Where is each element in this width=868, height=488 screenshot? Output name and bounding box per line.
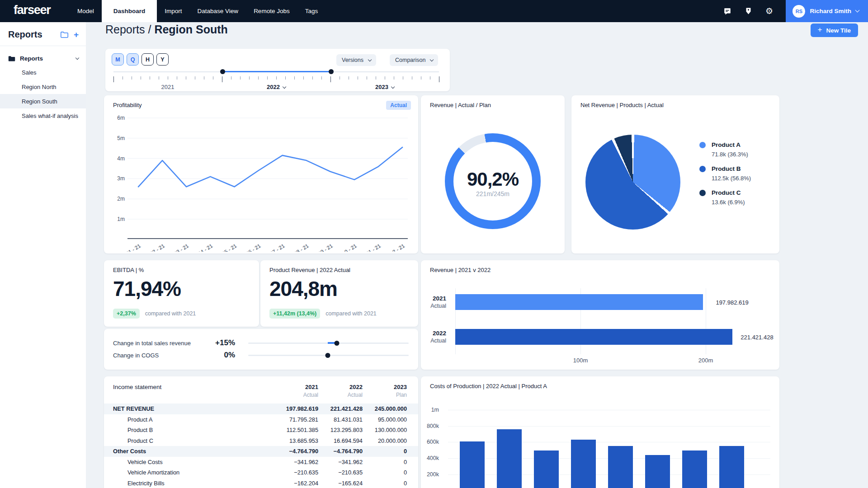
sidebar-items: SalesRegion NorthRegion SouthSales what-… <box>0 65 86 123</box>
nav-item-import[interactable]: Import <box>157 0 189 22</box>
nav-item-model[interactable]: Model <box>70 0 102 22</box>
bar[interactable] <box>719 446 744 488</box>
svg-text:07 - 21: 07 - 21 <box>269 243 286 252</box>
nav-item-database-view[interactable]: Database View <box>190 0 246 22</box>
timeline-tick <box>358 76 358 80</box>
legend-name: Product C <box>712 189 751 196</box>
timeline-year-2023[interactable]: 2023 <box>375 84 394 90</box>
income-statement-rows: NET REVENUE197.982.619221.421.428245.000… <box>104 404 418 488</box>
sidebar-item-sales-what-if-analysis[interactable]: Sales what-if analysis <box>0 108 86 123</box>
timeline-tick <box>177 76 177 80</box>
actual-badge: Actual <box>386 101 411 110</box>
period-h-button[interactable]: H <box>142 53 154 66</box>
tile-title: Net Revenue | Products | Actual <box>580 102 664 108</box>
timeline-tick <box>321 76 322 80</box>
sidebar-root-label: Reports <box>20 55 43 62</box>
folder-icon <box>8 56 15 61</box>
row-value: 0 <box>363 459 407 465</box>
bar-value-2021: 197.982.619 <box>716 299 748 306</box>
table-row-product-a: Product A71.795.28181.431.03195.000.000 <box>104 414 418 425</box>
nav-item-remote-jobs[interactable]: Remote Jobs <box>246 0 297 22</box>
timeline-tick <box>276 76 277 80</box>
slider-handle[interactable] <box>334 341 339 346</box>
svg-text:02 - 21: 02 - 21 <box>149 243 166 252</box>
feedback-icon[interactable] <box>717 7 738 15</box>
versions-dropdown[interactable]: Versions <box>336 54 376 66</box>
nav-item-dashboard[interactable]: Dashboard <box>102 0 157 22</box>
timeline-tick <box>421 76 421 80</box>
bar[interactable] <box>645 455 670 488</box>
legend-item-product-c: Product C13.6k (6.9%) <box>699 189 751 206</box>
row-value: 0 <box>363 448 407 455</box>
bar[interactable] <box>534 450 559 488</box>
row-value: 112.501.385 <box>269 427 318 433</box>
what-if-slider[interactable] <box>248 343 409 344</box>
svg-text:08 - 21: 08 - 21 <box>293 243 310 252</box>
table-title: Income statement <box>113 384 269 398</box>
svg-text:12 - 21: 12 - 21 <box>389 243 406 252</box>
bar[interactable] <box>571 440 596 488</box>
timeline-tick <box>303 76 304 80</box>
chevron-down-icon <box>430 58 434 61</box>
period-y-button[interactable]: Y <box>156 53 169 66</box>
svg-text:4m: 4m <box>117 155 125 162</box>
row-value: −341.962 <box>269 459 318 465</box>
sidebar-item-region-south[interactable]: Region South <box>0 94 86 108</box>
timeline-tick <box>385 76 385 80</box>
chevron-down-icon <box>75 56 79 60</box>
timeline-tick <box>376 76 376 80</box>
timeline-tick <box>267 76 268 80</box>
bar-2022[interactable] <box>455 329 732 345</box>
what-if-label: Change in COGS <box>113 352 201 359</box>
page-title-current: Region South <box>154 23 227 36</box>
svg-text:10 - 21: 10 - 21 <box>341 243 358 252</box>
bar[interactable] <box>682 450 707 488</box>
period-q-button[interactable]: Q <box>127 53 139 66</box>
products-pie-chart <box>585 135 680 230</box>
timeline-year-2021: 2021 <box>161 84 175 90</box>
donut-sublabel: 221m/245m <box>421 190 565 197</box>
add-report-icon[interactable]: + <box>74 32 79 38</box>
timeline-tick <box>367 76 367 80</box>
bar-2021[interactable] <box>455 294 703 310</box>
timeline-tick <box>150 76 150 80</box>
row-name: Product C <box>113 437 269 444</box>
tag-icon[interactable] <box>738 7 759 15</box>
legend-value: 112.5k (56.8%) <box>712 175 751 182</box>
legend-value: 71.8k (36.3%) <box>712 151 751 158</box>
chevron-down-icon <box>855 8 860 13</box>
row-value: −162.204 <box>269 480 318 487</box>
nav-item-tags[interactable]: Tags <box>297 0 326 22</box>
legend-name: Product A <box>712 141 751 148</box>
profitability-line-chart: 6m5m4m3m2m1m01 - 2102 - 2103 - 2104 - 21… <box>109 111 413 252</box>
legend-value: 13.6k (6.9%) <box>712 199 751 206</box>
sidebar-item-sales[interactable]: Sales <box>0 65 86 80</box>
user-menu[interactable]: RS Richard Smith <box>786 0 868 22</box>
sidebar-item-region-north[interactable]: Region North <box>0 80 86 94</box>
table-row-vehicle-amortization: Vehicle Amortization−210.635−210.6350 <box>104 467 418 478</box>
bar[interactable] <box>608 446 633 488</box>
sidebar-root-reports[interactable]: Reports <box>0 52 86 65</box>
table-row-electricity-bills: Electricity Bills−162.204−165.6240 <box>104 478 418 488</box>
row-value: −210.635 <box>269 469 318 476</box>
timeline-handle-end[interactable] <box>329 69 334 74</box>
bar[interactable] <box>497 429 522 488</box>
tile-title: EBITDA | % <box>113 267 144 273</box>
what-if-slider[interactable] <box>248 355 409 356</box>
new-tile-button[interactable]: + New Tile <box>811 23 858 37</box>
slider-handle[interactable] <box>326 353 330 358</box>
settings-icon[interactable]: ⚙ <box>759 7 779 15</box>
tile-what-if-sliders: Change in total sales revenue+15%Change … <box>104 329 418 370</box>
legend-item-product-b: Product B112.5k (56.8%) <box>699 165 751 182</box>
comparison-dropdown[interactable]: Comparison <box>390 54 438 66</box>
timeline-tick <box>186 76 186 80</box>
what-if-row-change-in-total-sales-revenue: Change in total sales revenue+15% <box>113 337 409 349</box>
timeline-handle-start[interactable] <box>220 69 225 74</box>
new-folder-icon[interactable] <box>61 31 68 38</box>
tile-title: Costs of Production | 2022 Actual | Prod… <box>430 383 547 389</box>
app-logo[interactable]: farseer <box>0 0 68 22</box>
bar[interactable] <box>460 441 485 488</box>
row-value: 71.795.281 <box>269 416 318 423</box>
period-m-button[interactable]: M <box>112 53 124 66</box>
timeline-year-2022[interactable]: 2022 <box>267 84 286 90</box>
